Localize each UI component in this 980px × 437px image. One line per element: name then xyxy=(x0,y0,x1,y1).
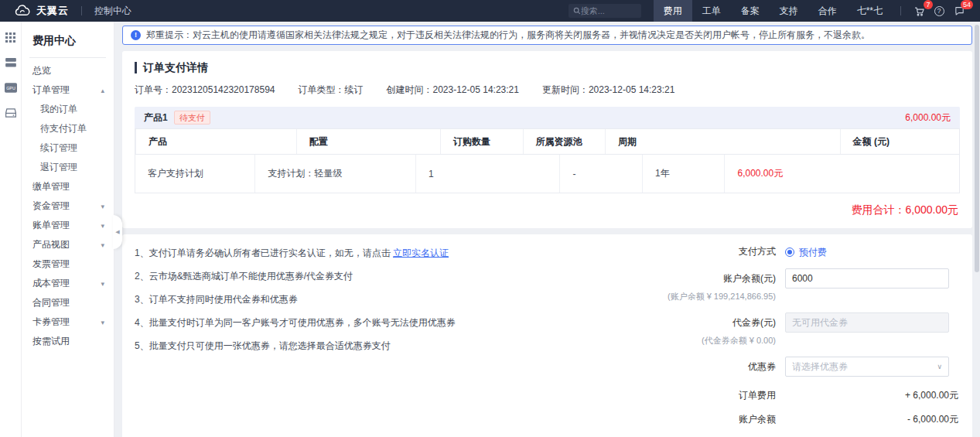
summary-label: 账户余额 xyxy=(661,413,785,426)
cell-amount: 6,000.00元 xyxy=(724,155,959,193)
payment-note: 5、批量支付只可使用一张优惠券，请您选择最合适优惠券支付 xyxy=(135,340,661,353)
prepaid-radio-label: 预付费 xyxy=(799,246,827,259)
payment-note-list: 2、云市场&甄选商城订单不能使用优惠券/代金券支付3、订单不支持同时使用代金券和… xyxy=(135,270,661,353)
payment-note: 2、云市场&甄选商城订单不能使用优惠券/代金券支付 xyxy=(135,270,661,283)
gpu-icon[interactable]: GPU xyxy=(5,83,17,93)
scrollbar[interactable] xyxy=(975,25,979,272)
sidebar-item[interactable]: 账单管理 ▾ xyxy=(22,216,114,235)
sidebar-item[interactable]: 卡券管理 ▾ xyxy=(22,312,114,332)
help-button[interactable]: ? xyxy=(929,0,949,22)
chevron-icon: ▾ xyxy=(101,319,104,326)
order-meta-item: 订单号：20231205142320178594 xyxy=(135,84,275,97)
sidebar-title: 费用中心 xyxy=(22,29,114,57)
chevron-icon: ▾ xyxy=(101,241,104,249)
sidebar-item[interactable]: 待支付订单 xyxy=(22,119,114,138)
sidebar-item[interactable]: 成本管理 ▾ xyxy=(22,274,114,293)
summary-row: 订单费用 + 6,000.00元 xyxy=(661,389,958,402)
cell-period: 1年 xyxy=(642,155,725,193)
sidebar-item-label: 我的订单 xyxy=(40,103,77,116)
table-row: 客户支持计划 支持计划：轻量级 1 - 1年 6,000.00元 xyxy=(135,155,959,193)
section-title: 订单支付详情 xyxy=(135,62,960,73)
sidebar-item-label: 总览 xyxy=(32,64,51,77)
top-nav-item[interactable]: 合作 xyxy=(808,0,847,22)
divider xyxy=(29,57,106,58)
table-header-cell: 金额 (元) xyxy=(840,129,902,154)
sidebar-item[interactable]: 续订管理 xyxy=(22,138,114,158)
sidebar-item[interactable]: 我的订单 xyxy=(22,100,114,119)
product-group-amount: 6,000.00元 xyxy=(905,111,951,125)
messages-badge: 54 xyxy=(961,0,973,9)
sidebar-item-label: 退订管理 xyxy=(40,161,77,174)
cell-product: 客户支持计划 xyxy=(135,155,254,193)
summary-value: - 6,000.00元 xyxy=(785,413,958,426)
payment-card: 1、支付订单请务必确认所有者已进行实名认证，如无，请点击 立即实名认证 2、云市… xyxy=(122,234,972,437)
divider xyxy=(900,6,901,15)
top-nav-item[interactable]: 费用 xyxy=(654,0,692,22)
meta-value: 2023-12-05 14:23:21 xyxy=(432,84,518,95)
search-icon xyxy=(573,7,581,15)
sidebar-item-label: 账单管理 xyxy=(32,219,70,232)
cart-icon xyxy=(913,5,925,17)
sidebar-item[interactable]: 退订管理 xyxy=(22,158,114,177)
sidebar-item[interactable]: 订单管理 ▴ xyxy=(22,80,114,100)
top-nav-item[interactable]: 七**七 xyxy=(847,0,893,22)
coupon-select[interactable]: 请选择优惠券 ∨ xyxy=(785,357,949,377)
sidebar-item[interactable]: 产品视图 ▾ xyxy=(22,235,114,254)
server-icon[interactable] xyxy=(5,58,16,67)
order-meta-item: 订单类型：续订 xyxy=(298,84,363,97)
sidebar-item-label: 发票管理 xyxy=(32,258,70,271)
sidebar-collapse-handle[interactable]: ◀ xyxy=(113,215,122,249)
apps-grid-icon[interactable] xyxy=(5,32,15,43)
summary-value: + 6,000.00元 xyxy=(785,389,958,402)
table-body: 客户支持计划 支持计划：轻量级 1 - 1年 6,000.00元 xyxy=(135,155,959,193)
top-nav-item[interactable]: 备案 xyxy=(731,0,770,22)
cart-button[interactable]: 7 xyxy=(909,0,929,22)
brand-name: 天翼云 xyxy=(36,4,69,18)
fee-total-label: 费用合计： xyxy=(852,203,906,216)
order-meta-item: 创建时间：2023-12-05 14:23:21 xyxy=(386,84,518,97)
brand[interactable]: 天翼云 控制中心 xyxy=(14,4,131,18)
help-icon: ? xyxy=(934,6,944,16)
chevron-icon: ▾ xyxy=(101,222,104,230)
sidebar-item[interactable]: 缴单管理 xyxy=(22,177,114,196)
coupon-select-placeholder: 请选择优惠券 xyxy=(792,360,848,374)
chevron-left-icon: ◀ xyxy=(115,229,119,235)
search-input[interactable] xyxy=(581,6,637,15)
global-search[interactable] xyxy=(569,4,641,18)
fee-total: 费用合计：6,000.00元 xyxy=(135,193,960,219)
sidebar-item-label: 资金管理 xyxy=(32,200,70,213)
table-header-cell: 周期 xyxy=(605,129,840,154)
messages-button[interactable]: 54 xyxy=(949,0,969,22)
sidebar-item-label: 合同管理 xyxy=(32,296,70,309)
payment-notes: 1、支付订单请务必确认所有者已进行实名认证，如无，请点击 立即实名认证 2、云市… xyxy=(135,244,661,363)
sidebar-item[interactable]: 总览 xyxy=(22,61,114,80)
realname-auth-link[interactable]: 立即实名认证 xyxy=(393,248,449,258)
balance-input[interactable] xyxy=(785,268,949,288)
notice-bar: ! 郑重提示：对云主机的使用请遵循国家相关法律法规之规定，对于违反相关法律法规的… xyxy=(122,26,972,45)
sidebar-item[interactable]: 合同管理 xyxy=(22,293,114,312)
top-nav-item[interactable]: 工单 xyxy=(692,0,731,22)
top-menu: 费用 工单 备案 支持 合作 七**七 xyxy=(654,0,893,22)
cell-resource-pool: - xyxy=(559,155,642,193)
top-nav-item[interactable]: 支持 xyxy=(770,0,808,22)
sidebar-item[interactable]: 按需试用 xyxy=(22,332,114,351)
product-group-header: 产品1 待支付 6,000.00元 xyxy=(135,107,960,128)
voucher-label: 代金券(元) xyxy=(661,312,776,333)
table-header-cell: 所属资源池 xyxy=(523,129,606,154)
table-header-row: 产品配置订购数量所属资源池周期金额 (元) xyxy=(135,129,959,155)
prepaid-radio[interactable]: 预付费 xyxy=(785,246,949,258)
sidebar-menu: 总览 订单管理 ▴ 我的订单 待支付订单 xyxy=(22,61,114,351)
sidebar-item-label: 续订管理 xyxy=(40,142,77,155)
sidebar-item-label: 按需试用 xyxy=(32,335,70,348)
table-header-cell: 订购数量 xyxy=(440,129,523,154)
summary-label: 订单费用 xyxy=(661,389,785,402)
sidebar-item[interactable]: 资金管理 ▾ xyxy=(22,196,114,216)
storage-icon[interactable] xyxy=(5,108,16,118)
order-meta-item: 更新时间：2023-12-05 14:23:21 xyxy=(542,84,674,97)
balance-label: 账户余额(元) xyxy=(661,268,776,288)
status-badge: 待支付 xyxy=(174,111,210,125)
payment-note: 1、支付订单请务必确认所有者已进行实名认证，如无，请点击 立即实名认证 xyxy=(135,247,661,260)
sidebar-item[interactable]: 发票管理 xyxy=(22,254,114,274)
console-center-link[interactable]: 控制中心 xyxy=(94,5,131,18)
info-icon: ! xyxy=(131,30,141,40)
